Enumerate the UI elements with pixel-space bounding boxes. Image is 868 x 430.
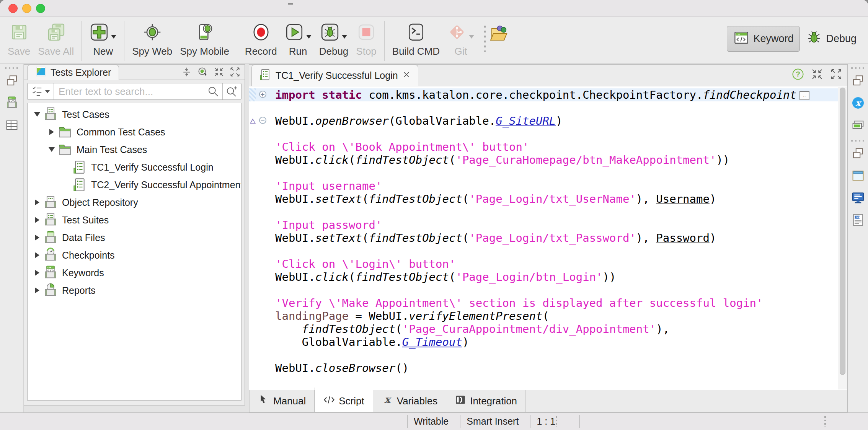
tree-expand-icon[interactable]: [47, 129, 57, 135]
code-line[interactable]: [249, 283, 847, 296]
grid-view-icon[interactable]: [5, 118, 19, 134]
tree-item-test-cases[interactable]: Test Cases: [28, 106, 241, 123]
code-line[interactable]: findTestObject('Page_CuraAppointment/div…: [249, 322, 847, 336]
dropdown-arrow-icon[interactable]: [469, 35, 474, 41]
status-grip-right[interactable]: [824, 416, 826, 427]
toolbar-button-new[interactable]: New: [86, 20, 120, 58]
search-input[interactable]: [54, 86, 204, 98]
code-line[interactable]: 'Verify \'Make Appointment\' section is …: [249, 296, 847, 309]
view-strip-grip[interactable]: [5, 67, 19, 69]
tests-explorer-tree[interactable]: Test CasesCommon Test CasesMain Test Cas…: [27, 103, 241, 401]
console-monitor-icon[interactable]: [851, 191, 865, 206]
code-line[interactable]: 'Click on \'Book Appointment\' button': [249, 140, 847, 153]
code-line[interactable]: WebUI.setText(findTestObject('Page_Login…: [249, 231, 847, 244]
view-strip-grip[interactable]: [851, 67, 865, 69]
minimize-icon[interactable]: [213, 66, 225, 79]
toolbar-button-save[interactable]: Save: [4, 20, 34, 58]
tree-item-main-test-cases[interactable]: Main Test Cases: [28, 141, 241, 158]
minimize-window-button[interactable]: [22, 4, 31, 13]
link-with-editor-icon[interactable]: [197, 66, 209, 79]
code-line[interactable]: [249, 349, 847, 362]
tree-item-keywords[interactable]: Keywords: [28, 264, 241, 282]
code-line[interactable]: 'Input password': [249, 218, 847, 231]
variables-view-icon[interactable]: x: [851, 96, 865, 111]
tree-expand-icon[interactable]: [32, 217, 42, 223]
code-line[interactable]: [249, 127, 847, 140]
toolbar-button-debug[interactable]: Debug: [315, 20, 352, 58]
code-editor[interactable]: +import static com.kms.katalon.core.chec…: [249, 86, 847, 390]
perspective-debug-perspective[interactable]: Debug: [800, 26, 863, 51]
tree-item-test-suites[interactable]: Test Suites: [28, 211, 241, 229]
tree-expand-icon[interactable]: [32, 270, 42, 276]
search-button[interactable]: [204, 85, 222, 98]
open-folder-icon[interactable]: [489, 20, 508, 45]
tree-item-reports[interactable]: Reports: [28, 282, 241, 299]
toolbar-button-spy-web[interactable]: Spy Web: [128, 20, 176, 58]
code-line[interactable]: [249, 166, 847, 179]
maximize-icon[interactable]: [229, 66, 241, 79]
code-line[interactable]: WebUI.closeBrowser(): [249, 362, 847, 375]
dropdown-arrow-icon[interactable]: [306, 35, 312, 41]
restore-icon[interactable]: [5, 74, 19, 89]
maximize-icon[interactable]: [830, 68, 843, 82]
zoom-window-button[interactable]: [36, 4, 45, 13]
tree-item-common-test-cases[interactable]: Common Test Cases: [28, 123, 241, 141]
editor-mode-tab-script[interactable]: Script: [315, 388, 373, 412]
restore-icon[interactable]: [851, 147, 865, 162]
tree-item-data-files[interactable]: Data Files: [28, 229, 241, 246]
toolbar-button-stop[interactable]: Stop: [352, 20, 380, 58]
fold-toggle-icon[interactable]: +: [256, 88, 269, 101]
dropdown-arrow-icon[interactable]: [342, 35, 347, 41]
toolbar-drag-grip[interactable]: [484, 26, 486, 52]
tree-expand-icon[interactable]: [32, 252, 42, 258]
toolbar-button-save-all[interactable]: Save All: [34, 20, 78, 58]
advanced-search-button[interactable]: [222, 83, 241, 99]
code-line[interactable]: 'Input username': [249, 179, 847, 192]
code-line[interactable]: [249, 244, 847, 257]
tree-item-checkpoints[interactable]: Checkpoints: [28, 246, 241, 264]
code-line[interactable]: [249, 101, 847, 114]
toolbar-button-spy-mobile[interactable]: Spy Mobile: [176, 20, 233, 58]
toolbar-button-git[interactable]: Git: [444, 20, 478, 58]
tests-explorer-tab[interactable]: Tests Explorer: [27, 65, 119, 80]
fold-toggle-icon[interactable]: −: [256, 114, 269, 127]
perspective-keyword[interactable]: Keyword: [727, 26, 800, 52]
close-tab-icon[interactable]: [402, 70, 411, 81]
toolbar-button-run[interactable]: Run: [281, 20, 315, 58]
close-window-button[interactable]: [8, 4, 18, 13]
tree-item-object-repository[interactable]: Object Repository: [28, 194, 241, 211]
browser-window-icon[interactable]: [851, 169, 865, 184]
collapsed-region-icon[interactable]: ..: [799, 91, 809, 100]
keywords-view-icon[interactable]: [5, 96, 19, 111]
code-line[interactable]: +import static com.kms.katalon.core.chec…: [249, 88, 847, 101]
tree-expand-icon[interactable]: [32, 199, 42, 205]
view-strip-grip[interactable]: [851, 140, 865, 142]
editor-scrollbar[interactable]: [838, 87, 847, 389]
job-progress-icon[interactable]: [851, 118, 865, 134]
collapse-all-icon[interactable]: [181, 66, 193, 79]
code-line[interactable]: GlobalVariable.G_Timeout): [249, 336, 847, 349]
tree-item-tc2-verify-successful-appointment[interactable]: TC2_Verify Successful Appointment: [28, 176, 241, 194]
code-line[interactable]: WebUI.click(findTestObject('Page_CuraHom…: [249, 153, 847, 166]
tree-expand-icon[interactable]: [32, 235, 42, 241]
minimize-icon[interactable]: [811, 68, 824, 82]
tree-collapse-icon[interactable]: [32, 109, 42, 120]
code-line[interactable]: −WebUI.openBrowser(GlobalVariable.G_Site…: [249, 114, 847, 127]
help-icon[interactable]: ?: [791, 68, 804, 82]
code-line[interactable]: WebUI.setText(findTestObject('Page_Login…: [249, 192, 847, 205]
editor-mode-tab-manual[interactable]: Manual: [249, 390, 315, 412]
code-line[interactable]: WebUI.click(findTestObject('Page_Login/b…: [249, 270, 847, 283]
status-grip[interactable]: [556, 416, 557, 427]
code-line[interactable]: landingPage = WebUI.verifyElementPresent…: [249, 309, 847, 322]
tree-item-tc1-verify-successful-login[interactable]: TC1_Verify Successful Login: [28, 158, 241, 176]
editor-tab-tc1[interactable]: TC1_Verify Successful Login: [251, 65, 418, 86]
editor-mode-tab-integration[interactable]: Integration: [446, 390, 526, 412]
toolbar-button-record[interactable]: Record: [241, 20, 281, 58]
editor-mode-tab-variables[interactable]: xVariables: [373, 390, 446, 412]
search-filter-button[interactable]: [28, 83, 54, 99]
dropdown-arrow-icon[interactable]: [111, 35, 116, 41]
code-line[interactable]: 'Click on \'Login\' button': [249, 257, 847, 270]
restore-icon[interactable]: [851, 74, 865, 89]
code-line[interactable]: [249, 205, 847, 218]
toolbar-button-build-cmd[interactable]: Build CMD: [388, 20, 444, 58]
